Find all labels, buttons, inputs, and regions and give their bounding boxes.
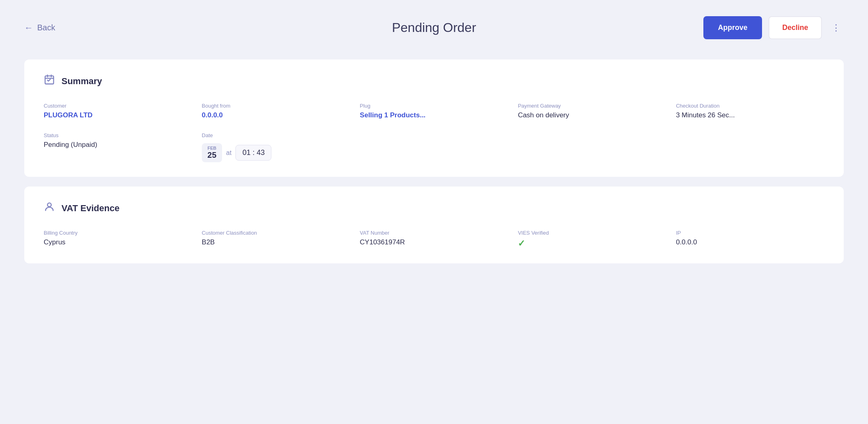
more-dots-icon: ⋮	[832, 23, 840, 33]
vat-title: VAT Evidence	[61, 203, 119, 214]
vies-verified-label: VIES Verified	[518, 230, 666, 236]
date-month: FEB	[207, 146, 216, 151]
vies-verified-field: VIES Verified ✓	[518, 230, 666, 249]
billing-country-label: Billing Country	[44, 230, 192, 236]
summary-header: Summary	[44, 74, 824, 88]
checkout-duration-label: Checkout Duration	[676, 103, 824, 109]
customer-classification-value: B2B	[202, 238, 350, 246]
vat-grid: Billing Country Cyprus Customer Classifi…	[44, 230, 824, 249]
status-field: Status Pending (Unpaid)	[44, 132, 192, 162]
svg-point-1	[47, 203, 51, 207]
vat-number-value: CY10361974R	[360, 238, 508, 246]
ip-label: IP	[676, 230, 824, 236]
date-field: Date FEB 25 at 01 : 43	[202, 132, 350, 162]
payment-gateway-label: Payment Gateway	[518, 103, 666, 109]
decline-button[interactable]: Decline	[768, 16, 822, 39]
customer-classification-label: Customer Classification	[202, 230, 350, 236]
bought-from-label: Bought from	[202, 103, 350, 109]
payment-gateway-value: Cash on delivery	[518, 111, 666, 119]
checkout-duration-field: Checkout Duration 3 Minutes 26 Sec...	[676, 103, 824, 119]
plug-label: Plug	[360, 103, 508, 109]
back-button[interactable]: ← Back	[24, 23, 55, 33]
date-value-group: FEB 25 at 01 : 43	[202, 143, 350, 162]
plug-value: Selling 1 Products...	[360, 111, 508, 119]
approve-button[interactable]: Approve	[703, 16, 762, 39]
date-box: FEB 25	[202, 143, 222, 162]
header-actions: Approve Decline ⋮	[703, 16, 844, 39]
vat-number-label: VAT Number	[360, 230, 508, 236]
back-label: Back	[37, 23, 55, 32]
ip-value: 0.0.0.0	[676, 238, 824, 246]
ip-field: IP 0.0.0.0	[676, 230, 824, 249]
status-label: Status	[44, 132, 192, 138]
summary-grid-row1: Customer PLUGORA LTD Bought from 0.0.0.0…	[44, 103, 824, 119]
bought-from-value: 0.0.0.0	[202, 111, 350, 119]
summary-section: Summary Customer PLUGORA LTD Bought from…	[24, 59, 844, 177]
vies-verified-value: ✓	[518, 238, 666, 249]
bought-from-field: Bought from 0.0.0.0	[202, 103, 350, 119]
person-icon	[44, 201, 55, 215]
date-day: 25	[207, 151, 216, 160]
more-options-button[interactable]: ⋮	[828, 19, 844, 36]
customer-classification-field: Customer Classification B2B	[202, 230, 350, 249]
status-value: Pending (Unpaid)	[44, 141, 192, 149]
billing-country-field: Billing Country Cyprus	[44, 230, 192, 249]
vat-evidence-section: VAT Evidence Billing Country Cyprus Cust…	[24, 187, 844, 263]
payment-gateway-field: Payment Gateway Cash on delivery	[518, 103, 666, 119]
date-at: at	[226, 149, 231, 157]
back-arrow-icon: ←	[24, 23, 33, 33]
customer-label: Customer	[44, 103, 192, 109]
summary-title: Summary	[61, 76, 102, 87]
calendar-icon	[44, 74, 55, 88]
checkout-duration-value: 3 Minutes 26 Sec...	[676, 111, 824, 119]
customer-field: Customer PLUGORA LTD	[44, 103, 192, 119]
page-title: Pending Order	[392, 20, 476, 35]
billing-country-value: Cyprus	[44, 238, 192, 246]
vat-number-field: VAT Number CY10361974R	[360, 230, 508, 249]
plug-field: Plug Selling 1 Products...	[360, 103, 508, 119]
time-box: 01 : 43	[235, 145, 271, 161]
vat-header: VAT Evidence	[44, 201, 824, 215]
summary-grid-row2: Status Pending (Unpaid) Date FEB 25 at 0…	[44, 132, 824, 162]
date-label: Date	[202, 132, 350, 138]
customer-value: PLUGORA LTD	[44, 111, 192, 119]
